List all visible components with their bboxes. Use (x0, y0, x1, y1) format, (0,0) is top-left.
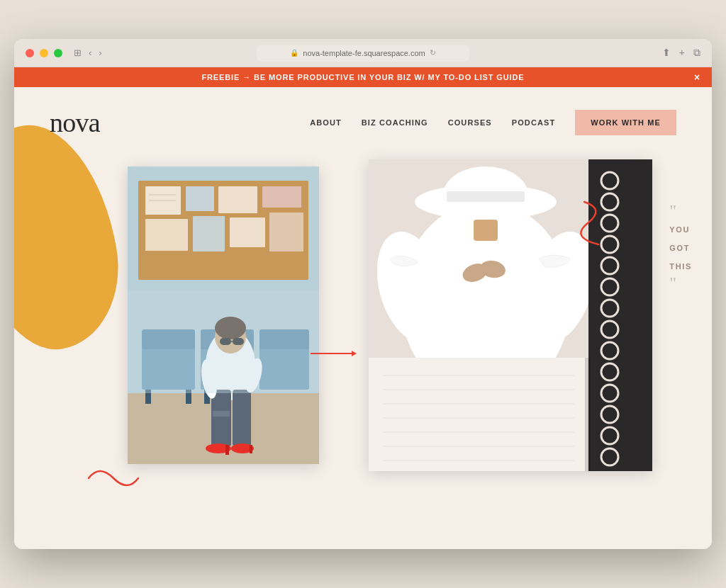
new-tab-icon[interactable]: + (679, 47, 685, 59)
svg-rect-55 (474, 220, 498, 241)
address-bar[interactable]: 🔒 nova-template-fe.squarespace.com ↻ (257, 45, 469, 62)
red-squiggle-right-decoration (577, 195, 613, 251)
waiting-room-image (128, 166, 319, 464)
close-button[interactable] (26, 49, 34, 57)
announcement-banner: FREEBIE → BE MORE PRODUCTIVE IN YOUR BIZ… (14, 67, 712, 87)
svg-rect-25 (233, 390, 251, 446)
reload-icon[interactable]: ↻ (430, 48, 436, 57)
svg-marker-40 (352, 351, 357, 356)
nav-links: ABOUT BIZ COACHING COURSES PODCAST WORK … (310, 110, 676, 135)
sidebar-toggle-icon[interactable]: ⊞ (74, 47, 82, 58)
share-icon[interactable]: ⬆ (662, 47, 671, 59)
svg-rect-26 (213, 411, 230, 417)
title-bar: ⊞ ‹ › 🔒 nova-template-fe.squarespace.com… (14, 39, 712, 67)
traffic-lights (26, 49, 62, 57)
connector-line (311, 351, 357, 356)
nav-about[interactable]: ABOUT (310, 118, 342, 127)
maximize-button[interactable] (54, 49, 62, 57)
minimize-button[interactable] (40, 49, 48, 57)
svg-rect-29 (225, 445, 229, 455)
url-text: nova-template-fe.squarespace.com (303, 49, 425, 57)
svg-rect-6 (262, 186, 301, 208)
open-quote: " (669, 202, 692, 219)
site-logo[interactable]: nova (50, 107, 310, 138)
nav-controls: ⊞ ‹ › (74, 47, 102, 58)
windows-icon[interactable]: ⧉ (693, 47, 700, 59)
nav-podcast[interactable]: PODCAST (512, 118, 555, 127)
navigation: nova ABOUT BIZ COACHING COURSES PODCAST … (14, 87, 712, 152)
svg-rect-54 (447, 191, 525, 202)
quote-area: " YOU GOT THIS " (669, 202, 692, 291)
svg-rect-79 (585, 358, 591, 471)
svg-rect-4 (186, 186, 214, 211)
svg-rect-30 (250, 445, 252, 453)
svg-rect-5 (218, 186, 257, 213)
lock-icon: 🔒 (290, 49, 298, 57)
banner-text: FREEBIE → BE MORE PRODUCTIVE IN YOUR BIZ… (201, 73, 524, 81)
site-content: FREEBIE → BE MORE PRODUCTIVE IN YOUR BIZ… (14, 67, 712, 549)
photo-left (128, 166, 319, 464)
banner-close-button[interactable]: × (694, 72, 700, 83)
quote-line2: GOT (669, 240, 692, 256)
svg-rect-9 (230, 217, 265, 247)
mac-window: ⊞ ‹ › 🔒 nova-template-fe.squarespace.com… (14, 39, 712, 549)
svg-rect-71 (369, 358, 588, 471)
quote-line1: YOU (669, 222, 692, 237)
nav-biz-coaching[interactable]: BIZ COACHING (362, 118, 428, 127)
svg-rect-7 (145, 219, 188, 251)
quote-line3: THIS (669, 259, 692, 274)
svg-rect-10 (269, 213, 303, 251)
nav-courses[interactable]: COURSES (448, 118, 492, 127)
forward-icon[interactable]: › (99, 47, 101, 58)
close-quote: " (669, 274, 692, 291)
svg-rect-24 (211, 390, 231, 446)
svg-rect-38 (128, 290, 319, 393)
back-icon[interactable]: ‹ (89, 47, 91, 58)
title-bar-actions: ⬆ + ⧉ (662, 47, 700, 59)
svg-rect-8 (193, 216, 225, 251)
work-with-me-button[interactable]: WORK WITH ME (575, 110, 676, 135)
red-squiggle-left-decoration (85, 457, 142, 499)
